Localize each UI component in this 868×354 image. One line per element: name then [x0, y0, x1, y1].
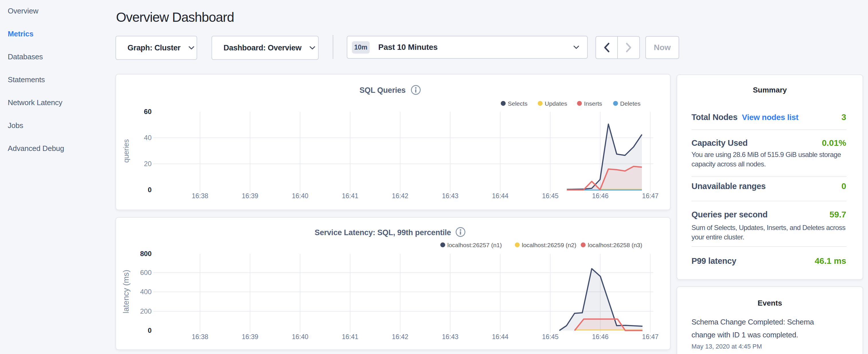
svg-text:16:40: 16:40 [292, 333, 308, 341]
svg-text:16:44: 16:44 [492, 192, 509, 200]
svg-text:latency (ms): latency (ms) [122, 270, 130, 313]
svg-text:localhost:26258 (n3): localhost:26258 (n3) [588, 242, 642, 248]
svg-text:600: 600 [140, 269, 152, 277]
svg-text:16:44: 16:44 [492, 333, 509, 341]
svg-text:16:39: 16:39 [242, 333, 258, 341]
svg-text:SQL Queries: SQL Queries [360, 86, 406, 95]
svg-text:16:41: 16:41 [342, 192, 359, 200]
svg-text:16:40: 16:40 [292, 192, 308, 200]
svg-text:800: 800 [140, 250, 152, 257]
svg-text:16:46: 16:46 [592, 333, 609, 341]
svg-text:Selects: Selects [508, 100, 528, 107]
svg-text:localhost:26259 (n2): localhost:26259 (n2) [522, 242, 576, 248]
svg-text:16:41: 16:41 [342, 333, 359, 341]
svg-text:Inserts: Inserts [584, 100, 602, 107]
svg-text:16:42: 16:42 [392, 192, 409, 200]
svg-text:Service Latency: SQL, 99th per: Service Latency: SQL, 99th percentile [315, 228, 451, 237]
svg-text:Deletes: Deletes [620, 100, 641, 107]
svg-text:60: 60 [144, 108, 152, 116]
svg-text:queries: queries [122, 139, 130, 163]
svg-text:16:38: 16:38 [192, 192, 208, 200]
svg-text:16:42: 16:42 [392, 333, 409, 341]
svg-text:0: 0 [148, 326, 152, 334]
svg-text:16:46: 16:46 [592, 192, 609, 200]
svg-text:16:38: 16:38 [192, 333, 208, 341]
svg-text:16:47: 16:47 [642, 192, 659, 200]
svg-text:20: 20 [144, 160, 152, 167]
svg-text:200: 200 [140, 307, 152, 315]
svg-text:16:43: 16:43 [442, 333, 459, 341]
svg-text:Updates: Updates [545, 100, 567, 107]
svg-text:40: 40 [144, 134, 152, 141]
svg-text:16:39: 16:39 [242, 192, 258, 200]
svg-text:16:45: 16:45 [542, 192, 559, 200]
svg-text:0: 0 [148, 186, 152, 194]
svg-text:localhost:26257 (n1): localhost:26257 (n1) [447, 242, 502, 248]
svg-text:400: 400 [140, 288, 152, 296]
svg-text:16:45: 16:45 [542, 333, 559, 341]
svg-text:16:43: 16:43 [442, 192, 459, 200]
svg-text:16:47: 16:47 [642, 333, 659, 341]
